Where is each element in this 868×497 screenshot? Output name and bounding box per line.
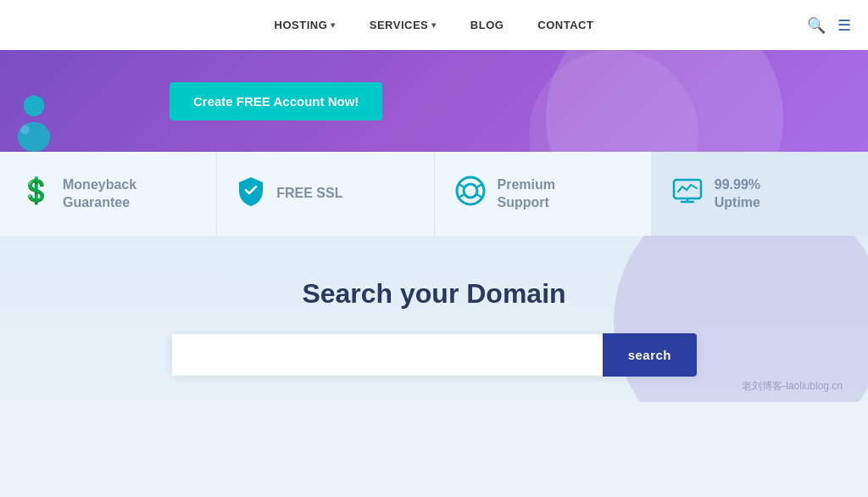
svg-point-4 <box>457 177 484 204</box>
feature-ssl: FREE SSL <box>217 152 434 236</box>
features-row: 💲 MoneybackGuarantee FREE SSL <box>0 152 868 236</box>
moneyback-icon: 💲 <box>20 176 51 212</box>
domain-search-title: Search your Domain <box>34 278 834 310</box>
uptime-icon <box>672 178 703 209</box>
svg-line-9 <box>476 194 482 198</box>
search-icon[interactable]: 🔍 <box>807 16 826 35</box>
header-actions: 🔍 ☰ <box>807 16 851 35</box>
watermark: 老刘博客-laoliublog.cn <box>742 379 843 394</box>
svg-line-7 <box>476 184 482 187</box>
domain-input-wrap: search <box>171 333 697 377</box>
person-illustration <box>0 84 68 152</box>
domain-search-row: search <box>34 333 834 377</box>
feature-support: PremiumSupport <box>435 152 652 236</box>
create-account-button[interactable]: Create FREE Account Now! <box>170 82 382 120</box>
uptime-label: 99.99%Uptime <box>715 176 760 212</box>
ssl-shield-icon <box>237 176 264 212</box>
domain-search-section: Search your Domain search <box>0 236 868 402</box>
main-nav: HOSTING ▾ SERVICES ▾ BLOG CONTACT <box>275 19 594 31</box>
ssl-label: FREE SSL <box>276 185 342 203</box>
svg-point-0 <box>24 96 45 117</box>
svg-line-6 <box>459 184 465 187</box>
moneyback-label: MoneybackGuarantee <box>63 176 136 212</box>
feature-moneyback: 💲 MoneybackGuarantee <box>0 152 217 236</box>
header: HOSTING ▾ SERVICES ▾ BLOG CONTACT 🔍 ☰ <box>0 0 868 50</box>
nav-hosting[interactable]: HOSTING ▾ <box>275 19 336 31</box>
domain-search-input[interactable] <box>171 333 603 377</box>
svg-line-8 <box>459 194 465 198</box>
nav-contact[interactable]: CONTACT <box>537 19 593 31</box>
menu-icon[interactable]: ☰ <box>837 16 851 35</box>
feature-uptime: 99.99%Uptime <box>652 152 868 236</box>
chevron-down-icon: ▾ <box>331 20 336 30</box>
support-icon <box>455 176 486 212</box>
nav-blog[interactable]: BLOG <box>470 19 504 31</box>
svg-point-2 <box>20 126 30 135</box>
support-label: PremiumSupport <box>498 176 555 212</box>
main-content: 💲 MoneybackGuarantee FREE SSL <box>0 152 868 402</box>
chevron-down-icon: ▾ <box>431 20 437 30</box>
svg-point-5 <box>464 184 477 198</box>
domain-search-button[interactable]: search <box>603 333 697 377</box>
nav-services[interactable]: SERVICES ▾ <box>370 19 437 31</box>
promo-banner: Create FREE Account Now! <box>0 50 868 152</box>
svg-text:💲: 💲 <box>20 176 51 206</box>
